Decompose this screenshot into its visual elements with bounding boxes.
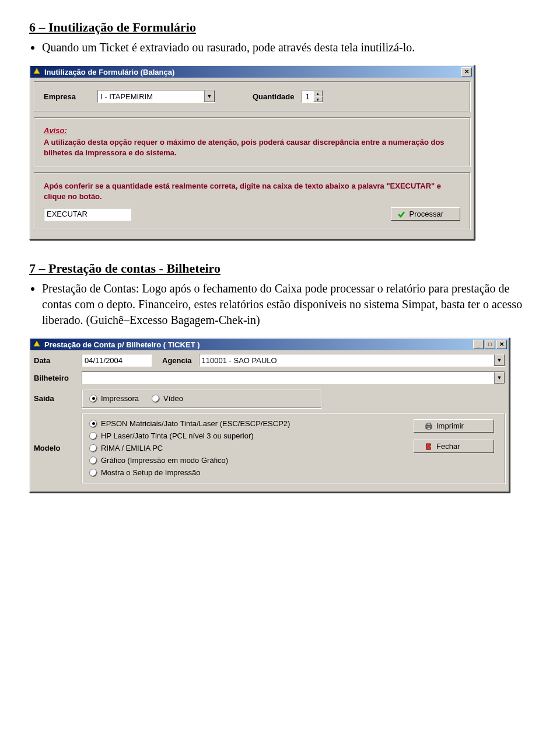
modelo-opt-4-label: Mostra o Setup de Impressão	[101, 468, 201, 477]
titlebar[interactable]: Prestação de Conta p/ Bilheteiro ( TICKE…	[30, 339, 509, 350]
dialog-prestacao: Prestação de Conta p/ Bilheteiro ( TICKE…	[29, 337, 510, 493]
imprimir-label: Imprimir	[436, 421, 464, 430]
quantidade-stepper[interactable]: 1 ▲ ▼	[302, 90, 323, 103]
agencia-combo[interactable]: 110001 - SAO PAULO ▼	[199, 354, 505, 367]
modelo-options: EPSON Matriciais/Jato Tinta/Laser (ESC/E…	[89, 419, 400, 477]
door-icon	[425, 443, 433, 451]
modelo-opt-2-label: RIMA / EMILIA PC	[101, 444, 163, 452]
minimize-icon[interactable]: _	[473, 340, 484, 349]
empresa-label: Empresa	[44, 92, 90, 101]
bilheteiro-label: Bilheteiro	[34, 374, 75, 382]
fechar-label: Fechar	[436, 442, 460, 451]
saida-impressora-label: Impressora	[101, 394, 139, 403]
radio-icon	[89, 469, 97, 477]
close-icon[interactable]: ✕	[496, 340, 507, 349]
saida-video-label: Vídeo	[163, 394, 183, 403]
section6-bullet: Quando um Ticket é extraviado ou rasurad…	[42, 40, 531, 55]
chevron-down-icon[interactable]: ▼	[204, 90, 215, 102]
executar-input[interactable]: EXECUTAR	[44, 208, 131, 221]
dialog-inutilizacao: Inutilização de Formulário (Balança) ✕ E…	[29, 65, 475, 240]
section6-list: Quando um Ticket é extraviado ou rasurad…	[42, 40, 531, 55]
quantidade-value: 1	[302, 90, 313, 102]
dialog1-title: Inutilização de Formulário (Balança)	[44, 68, 174, 76]
modelo-label: Modelo	[34, 444, 75, 452]
chevron-down-icon[interactable]: ▼	[494, 372, 505, 384]
radio-icon	[89, 395, 97, 403]
imprimir-button[interactable]: Imprimir	[414, 419, 494, 433]
svg-marker-0	[34, 68, 40, 74]
modelo-opt-3-label: Gráfico (Impressão em modo Gráfico)	[101, 456, 228, 465]
agencia-value: 110001 - SAO PAULO	[200, 356, 494, 365]
radio-icon	[89, 457, 97, 465]
spin-up-icon[interactable]: ▲	[313, 90, 323, 96]
data-value: 04/11/2004	[85, 356, 123, 365]
fechar-button[interactable]: Fechar	[414, 440, 494, 453]
app-icon	[33, 340, 41, 349]
close-icon[interactable]: ✕	[461, 67, 472, 76]
processar-button[interactable]: Processar	[391, 207, 460, 221]
agencia-label: Agencia	[162, 356, 192, 365]
print-icon	[425, 422, 433, 430]
svg-rect-6	[430, 446, 430, 447]
modelo-radio-2[interactable]: RIMA / EMILIA PC	[89, 444, 400, 452]
radio-icon	[89, 432, 97, 440]
quantidade-label: Quantidade	[253, 92, 295, 101]
check-icon	[397, 210, 405, 218]
saida-radio-impressora[interactable]: Impressora	[89, 394, 139, 403]
app-icon	[33, 68, 41, 76]
modelo-opt-0-label: EPSON Matriciais/Jato Tinta/Laser (ESC/E…	[101, 419, 290, 428]
modelo-radio-0[interactable]: EPSON Matriciais/Jato Tinta/Laser (ESC/E…	[89, 419, 400, 428]
data-label: Data	[34, 356, 75, 365]
empresa-quantidade-group: Empresa I - ITAPEMIRIM ▼ Quantidade 1 ▲ …	[34, 81, 470, 112]
svg-rect-5	[426, 444, 430, 450]
data-field[interactable]: 04/11/2004	[82, 354, 152, 367]
radio-icon	[89, 420, 97, 428]
section7-heading: 7 – Prestação de contas - Bilheteiro	[29, 261, 531, 276]
radio-icon	[89, 444, 97, 452]
empresa-value: I - ITAPEMIRIM	[98, 92, 204, 101]
chevron-down-icon[interactable]: ▼	[494, 354, 505, 366]
section7-list: Prestação de Contas: Logo após o fechame…	[42, 281, 531, 328]
saida-group: Impressora Vídeo	[82, 389, 321, 408]
modelo-radio-1[interactable]: HP Laser/Jato Tinta (PCL nível 3 ou supe…	[89, 431, 400, 440]
modelo-opt-1-label: HP Laser/Jato Tinta (PCL nível 3 ou supe…	[101, 431, 254, 440]
svg-rect-4	[427, 427, 430, 429]
radio-icon	[152, 395, 160, 403]
processar-label: Processar	[409, 210, 443, 218]
executar-value: EXECUTAR	[47, 210, 88, 218]
aviso-group: Aviso: A utilização desta opção requer o…	[34, 117, 470, 166]
saida-radio-video[interactable]: Vídeo	[152, 394, 183, 403]
saida-label: Saída	[34, 394, 75, 403]
modelo-radio-3[interactable]: Gráfico (Impressão em modo Gráfico)	[89, 456, 400, 465]
empresa-combo[interactable]: I - ITAPEMIRIM ▼	[97, 90, 215, 103]
dialog2-title: Prestação de Conta p/ Bilheteiro ( TICKE…	[44, 340, 200, 349]
maximize-icon[interactable]: □	[485, 340, 495, 349]
aviso-text: A utilização desta opção requer o máximo…	[44, 137, 460, 158]
titlebar[interactable]: Inutilização de Formulário (Balança) ✕	[30, 66, 474, 78]
section7-bullet: Prestação de Contas: Logo após o fechame…	[42, 281, 531, 328]
svg-rect-3	[427, 423, 430, 425]
aviso-label: Aviso:	[44, 126, 67, 135]
spin-down-icon[interactable]: ▼	[313, 96, 323, 102]
executar-group: Após conferir se a quantidade está realm…	[34, 172, 470, 229]
section6-heading: 6 – Inutilização de Formulário	[29, 20, 531, 35]
modelo-radio-4[interactable]: Mostra o Setup de Impressão	[89, 468, 400, 477]
instr-text: Após conferir se a quantidade está realm…	[44, 181, 460, 201]
svg-marker-1	[34, 341, 40, 346]
bilheteiro-combo[interactable]: ▼	[82, 371, 505, 384]
